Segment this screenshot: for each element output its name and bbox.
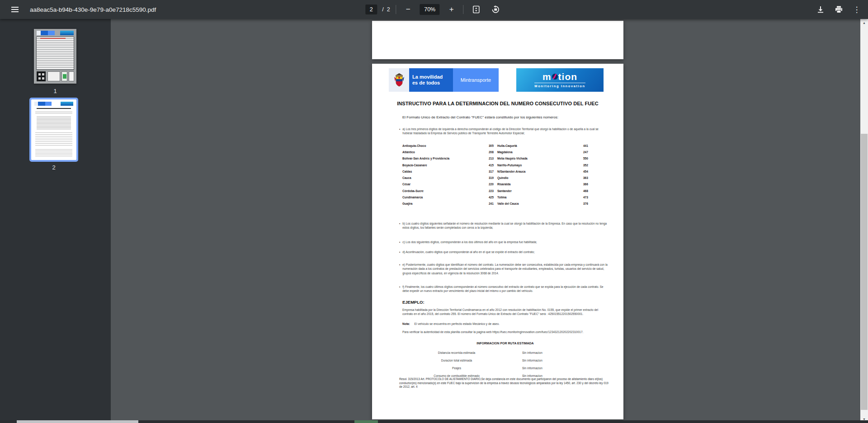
thumbnail-1-label: 1	[53, 88, 57, 94]
thumbnail-sidebar: 1 2	[0, 19, 111, 420]
bullet-a: •a) Los tres primeros dígitos de izquier…	[399, 127, 609, 136]
verification-url-line: Para verificar la autenticidad de esta p…	[402, 330, 608, 334]
scroll-up-icon[interactable]: ▲	[860, 19, 868, 27]
thumbnail-1-preview[interactable]	[34, 29, 76, 84]
route-info-row: Duracion total estimadaSin informacion	[402, 357, 608, 364]
bullet-f: •f) Finalmente, los cuatro últimos dígit…	[399, 285, 609, 293]
fit-page-icon[interactable]	[470, 3, 483, 16]
table-row: César220Risaralda366	[402, 181, 608, 188]
bottom-bar-segment	[17, 420, 138, 423]
more-options-icon[interactable]: ⋮	[850, 3, 863, 16]
document-title: aa8eac5a-b94b-430e-9e79-a0e7218c5590.pdf	[30, 6, 156, 13]
gov-ministry-label: Mintransporte	[453, 68, 499, 92]
thumbnail-2-preview[interactable]	[31, 99, 76, 160]
bottom-bar	[0, 420, 868, 423]
bullet-b: •b) Los cuatro dígitos siguientes señala…	[399, 221, 609, 230]
motion-word-end: tion	[558, 72, 577, 81]
pdf-page-2: La movilidad es de todos Mintransporte m…	[372, 64, 623, 419]
pdf-toolbar: aa8eac5a-b94b-430e-9e79-a0e7218c5590.pdf…	[0, 0, 868, 19]
table-row: Cauca319Quindio363	[402, 174, 608, 181]
toolbar-divider	[396, 5, 396, 14]
bullet-e: •e) Posteriormente, cuatro dígitos que i…	[399, 263, 609, 275]
route-info-title: INFORMACION POR RUTA ESTIMADA	[402, 342, 608, 345]
table-row: Cundinamarca425Tolima473	[402, 194, 608, 200]
menu-icon[interactable]	[7, 2, 23, 17]
table-row: Bolívar-San Andrés y Providencia213Meta-…	[402, 155, 608, 162]
table-row: Atlántico208Magdalena247	[402, 149, 608, 155]
note-line: Nota:El vehículo se encuentra en perfect…	[402, 322, 608, 325]
motion-o-icon	[552, 74, 558, 80]
pdf-viewer-area: La movilidad es de todos Mintransporte m…	[111, 19, 860, 420]
zoom-in-button[interactable]: +	[446, 4, 458, 15]
route-info-row: Distancia recorrida estimadaSin informac…	[402, 349, 608, 357]
rotate-icon[interactable]	[489, 3, 503, 16]
page-total: 2	[387, 6, 390, 13]
page-thumbnail-1[interactable]: 1	[34, 29, 76, 94]
mintransporte-logo: La movilidad es de todos Mintransporte	[389, 68, 499, 92]
example-heading: EJEMPLO:	[402, 300, 425, 305]
gov-slogan-line1: La movilidad	[412, 74, 453, 80]
note-text: El vehículo se encuentra en perfecto est…	[415, 322, 500, 325]
zoom-out-button[interactable]: −	[402, 4, 414, 15]
bottom-bar-segment	[354, 420, 378, 423]
table-row: Caldas317N/Santander-Arauca454	[402, 168, 608, 174]
table-row: Córdoba-Sucre223Santander468	[402, 188, 608, 194]
motion-logo: mtion Monitoring Innovation	[516, 68, 604, 92]
scrollbar-thumb[interactable]	[861, 134, 868, 410]
motion-tagline: Monitoring Innovation	[534, 83, 585, 88]
example-text: Empresa habilitada por la Dirección Terr…	[402, 308, 608, 316]
document-heading: INSTRUCTIVO PARA LA DETERMINACION DEL NU…	[372, 101, 623, 106]
note-label: Nota:	[402, 322, 410, 325]
footer-legal-text: Resol. 315/2013 Art. PROTOCOLO DE ALISTA…	[399, 377, 609, 389]
download-icon[interactable]	[814, 3, 827, 16]
qr-code-mini	[37, 71, 46, 81]
page-divider: /	[382, 6, 383, 13]
page-thumbnail-2-selected[interactable]: 2	[31, 99, 76, 171]
table-row: Boyacá-Casanare415Nariño-Putumayo352	[402, 162, 608, 168]
pdf-page-1-bottom	[372, 21, 623, 59]
print-icon[interactable]	[832, 3, 845, 16]
vertical-scrollbar[interactable]: ▲ ▼	[860, 19, 868, 423]
intro-text: El Formato Unico de Extracto del Contrat…	[402, 115, 558, 119]
zoom-level[interactable]: 70%	[420, 4, 440, 15]
toolbar-divider	[463, 5, 464, 14]
route-info-table: Distancia recorrida estimadaSin informac…	[402, 349, 608, 380]
bullet-d: •d) Acontinuación, cuatro digitos que co…	[399, 250, 609, 254]
table-row: Antioquia-Choco305Huila-Caquetá441	[402, 142, 608, 149]
gov-slogan-line2: es de todos	[412, 80, 453, 86]
thumbnail-2-label: 2	[52, 164, 55, 171]
colombia-coat-of-arms-icon	[389, 68, 409, 92]
territorial-codes-table: Antioquia-Choco305Huila-Caquetá441 Atlán…	[402, 142, 608, 207]
route-info-row: PeajesSin informacion	[402, 364, 608, 372]
bullet-c: •c) Los dos siguientes dígitos, correspo…	[399, 240, 609, 244]
table-row: Guajira241Valle del Cauca376	[402, 201, 608, 207]
motion-word-start: m	[542, 72, 552, 81]
page-number-input[interactable]	[365, 5, 377, 14]
